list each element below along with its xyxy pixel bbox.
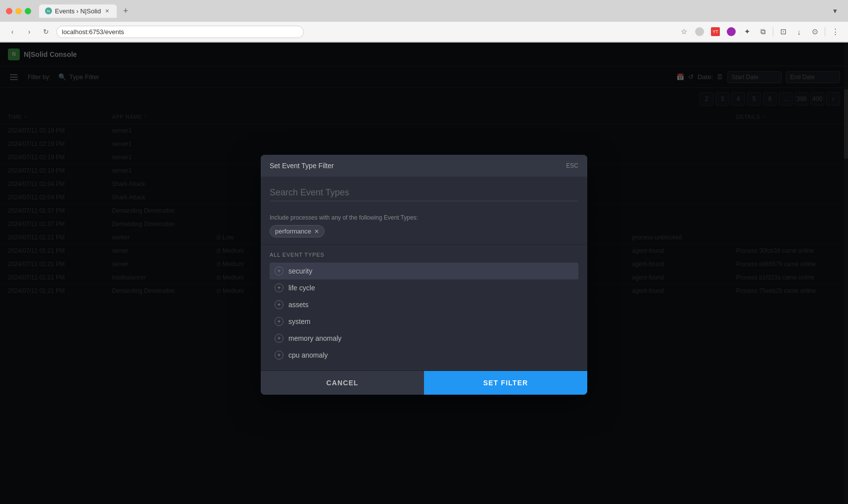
dropdown-button[interactable]: ▾ xyxy=(828,4,842,18)
new-tab-button[interactable]: + xyxy=(119,4,133,18)
event-type-system[interactable]: + system xyxy=(270,313,578,330)
event-type-cpu-anomaly[interactable]: + cpu anomaly xyxy=(270,347,578,364)
address-bar[interactable] xyxy=(56,26,304,38)
maximize-window-button[interactable] xyxy=(25,8,31,14)
add-icon-memory-anomaly: + xyxy=(275,334,283,343)
extension-icon-1[interactable] xyxy=(693,25,707,39)
extension-icon-4[interactable]: ✦ xyxy=(740,25,754,39)
extensions-button[interactable]: ⧉ xyxy=(756,25,770,39)
download-icon[interactable]: ↓ xyxy=(792,25,806,39)
traffic-lights xyxy=(6,8,31,14)
add-icon-security: + xyxy=(275,267,283,275)
tab-bar: N Events › N|Solid ✕ + xyxy=(39,4,133,18)
event-type-security[interactable]: + security xyxy=(270,263,578,279)
modal-overlay: Set Event Type Filter ESC Include proces… xyxy=(0,43,848,504)
modal-footer: CANCEL SET FILTER xyxy=(261,370,587,395)
profile-icon[interactable]: ⊙ xyxy=(808,25,822,39)
event-type-label-lifecycle: life cycle xyxy=(288,284,315,292)
forward-button[interactable]: › xyxy=(23,25,36,38)
event-type-label-system: system xyxy=(288,318,310,325)
include-label: Include processes with any of the follow… xyxy=(270,214,578,221)
menu-button[interactable]: ⋮ xyxy=(828,25,842,39)
modal-search-section xyxy=(261,177,587,209)
tag-label: performance xyxy=(275,228,311,235)
cancel-button[interactable]: CANCEL xyxy=(261,371,424,395)
modal-header: Set Event Type Filter ESC xyxy=(261,155,587,177)
event-type-memory-anomaly[interactable]: + memory anomaly xyxy=(270,330,578,347)
browser-chrome: N Events › N|Solid ✕ + ▾ ‹ › ↻ ☆ YT ✦ xyxy=(0,0,848,43)
selected-tags-section: Include processes with any of the follow… xyxy=(261,209,587,245)
event-type-search-input[interactable] xyxy=(270,184,578,201)
event-types-section: ALL EVENT TYPES + security + life cycle … xyxy=(261,245,587,370)
tab-favicon: N xyxy=(45,7,52,14)
event-type-label-memory-anomaly: memory anomaly xyxy=(288,334,341,342)
close-window-button[interactable] xyxy=(6,8,12,14)
reload-button[interactable]: ↻ xyxy=(40,25,52,38)
event-type-lifecycle[interactable]: + life cycle xyxy=(270,279,578,296)
browser-tab-events[interactable]: N Events › N|Solid ✕ xyxy=(39,4,117,18)
add-icon-lifecycle: + xyxy=(275,283,283,292)
event-type-assets[interactable]: + assets xyxy=(270,296,578,313)
tags-container: performance ✕ xyxy=(270,225,578,237)
event-type-label-assets: assets xyxy=(288,301,308,309)
event-type-label-security: security xyxy=(288,267,312,275)
extension-icon-2[interactable]: YT xyxy=(708,25,722,39)
back-button[interactable]: ‹ xyxy=(6,25,19,38)
extension-icon-3[interactable] xyxy=(724,25,738,39)
modal-title: Set Event Type Filter xyxy=(270,162,334,170)
event-type-filter-modal: Set Event Type Filter ESC Include proces… xyxy=(261,155,587,395)
app-content: N N|Solid Console Filter by: 🔍 Type Filt… xyxy=(0,43,848,504)
bookmark-icon[interactable]: ☆ xyxy=(677,25,691,39)
cast-icon[interactable]: ⊡ xyxy=(776,25,790,39)
add-icon-system: + xyxy=(275,317,283,326)
browser-actions: ☆ YT ✦ ⧉ ⊡ ↓ ⊙ ⋮ xyxy=(677,25,842,39)
minimize-window-button[interactable] xyxy=(15,8,22,14)
tab-label: Events › N|Solid xyxy=(55,7,101,15)
modal-esc-button[interactable]: ESC xyxy=(566,162,578,169)
add-icon-assets: + xyxy=(275,300,283,309)
tag-performance: performance ✕ xyxy=(270,225,325,237)
all-event-types-label: ALL EVENT TYPES xyxy=(270,252,578,258)
set-filter-button[interactable]: SET FILTER xyxy=(424,371,587,395)
tab-close-button[interactable]: ✕ xyxy=(104,7,111,14)
event-type-label-cpu-anomaly: cpu anomaly xyxy=(288,351,328,359)
add-icon-cpu-anomaly: + xyxy=(275,351,283,360)
tag-remove-button[interactable]: ✕ xyxy=(314,229,319,234)
